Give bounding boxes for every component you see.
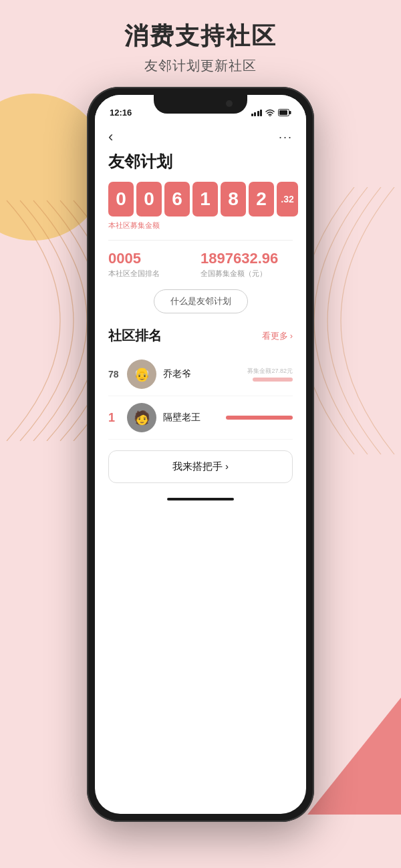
amount-display: 0 0 6 1 8 2 .32: [108, 182, 293, 216]
rank-value: 0005: [108, 250, 200, 267]
more-button[interactable]: ···: [279, 130, 293, 144]
home-bar: [167, 498, 234, 500]
digit-4: 8: [221, 182, 246, 216]
rank-item-1: 1 🧑 隔壁老王: [108, 396, 293, 440]
phone-inner: 12:16: [95, 95, 306, 814]
rank-bar-area-78: 募集金额27.82元: [247, 367, 293, 382]
signal-icon: [251, 109, 263, 116]
rank-name-wang: 隔壁老王: [163, 412, 226, 424]
phone-notch: [154, 95, 247, 114]
join-btn-text: 我来搭把手 ›: [172, 460, 229, 473]
section-title: 友邻计划: [108, 151, 293, 172]
svg-rect-2: [289, 111, 291, 114]
what-btn[interactable]: 什么是友邻计划: [154, 289, 248, 313]
page-title-main: 消费支持社区: [0, 20, 401, 53]
svg-rect-3: [279, 110, 287, 115]
rank-item-78: 78 👴 乔老爷 募集金额27.82元: [108, 353, 293, 396]
camera: [226, 100, 233, 107]
avatar-wang: 🧑: [127, 403, 156, 432]
page-title-sub: 友邻计划更新社区: [0, 57, 401, 75]
digit-decimal: .32: [277, 182, 298, 216]
rank-name-qiao: 乔老爷: [163, 368, 247, 380]
status-icons: [251, 109, 292, 116]
rank-bar-label-78: 募集金额27.82元: [247, 367, 293, 376]
join-btn[interactable]: 我来搭把手 ›: [108, 450, 293, 483]
digit-3: 1: [192, 182, 218, 216]
rank-bar-1: [226, 416, 293, 420]
what-btn-text: 什么是友邻计划: [170, 295, 231, 307]
digit-1: 0: [136, 182, 162, 216]
see-more-btn[interactable]: 看更多 ›: [262, 330, 293, 342]
rank-number-1: 1: [108, 411, 127, 425]
avatar-qiao: 👴: [127, 359, 156, 389]
digit-2: 6: [164, 182, 190, 216]
rank-number-78: 78: [108, 369, 127, 380]
phone-frame: 12:16: [87, 87, 314, 822]
stat-rank: 0005 本社区全国排名: [108, 250, 200, 279]
rank-title: 社区排名: [108, 327, 162, 345]
divider: [108, 240, 293, 241]
total-label: 全国募集金额（元）: [200, 269, 293, 279]
stats-row: 0005 本社区全国排名 1897632.96 全国募集金额（元）: [108, 250, 293, 279]
stat-total: 1897632.96 全国募集金额（元）: [200, 250, 293, 279]
page-header: 消费支持社区 友邻计划更新社区: [0, 20, 401, 75]
back-button[interactable]: ‹: [108, 128, 113, 146]
svg-point-0: [269, 115, 271, 116]
amount-label: 本社区募集金额: [108, 221, 293, 231]
rank-label: 本社区全国排名: [108, 269, 200, 279]
rank-bar-area-1: [226, 416, 293, 420]
rank-header: 社区排名 看更多 ›: [108, 327, 293, 345]
rank-bar-78: [253, 378, 293, 382]
wifi-icon: [265, 109, 275, 116]
bg-triangle: [307, 681, 401, 815]
status-time: 12:16: [110, 108, 132, 118]
nav-bar: ‹ ···: [95, 123, 306, 151]
total-value: 1897632.96: [200, 250, 293, 267]
digit-0: 0: [108, 182, 134, 216]
digit-5: 2: [249, 182, 274, 216]
home-indicator: [95, 490, 306, 509]
main-content: 友邻计划 0 0 6 1 8 2 .32 本社区募集金额 0005 本社区全国排…: [95, 151, 306, 483]
battery-icon: [278, 109, 291, 116]
